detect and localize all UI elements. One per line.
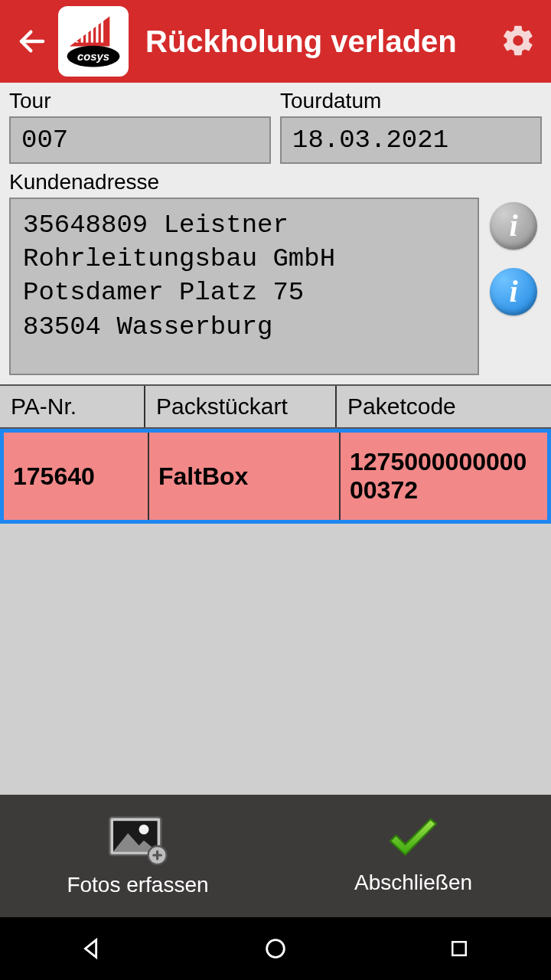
tour-field[interactable]: 007 — [9, 116, 271, 164]
info-blue-button[interactable]: i — [490, 268, 537, 315]
info-gray-button[interactable]: i — [490, 202, 537, 250]
capture-photos-button[interactable]: Fotos erfassen — [0, 795, 276, 917]
info-icon: i — [509, 211, 517, 241]
finish-label: Abschließen — [354, 871, 472, 895]
svg-marker-0 — [70, 16, 109, 46]
th-pa: PA-Nr. — [0, 386, 145, 427]
svg-text:cosys: cosys — [77, 51, 109, 63]
page-title: Rückholung verladen — [145, 24, 500, 59]
check-icon — [383, 817, 443, 863]
table-header: PA-Nr. Packstückart Paketcode — [0, 384, 551, 429]
android-softkeys — [0, 917, 551, 980]
th-art: Packstückart — [145, 386, 337, 427]
svg-point-11 — [139, 825, 149, 835]
tour-label: Tour — [9, 89, 271, 113]
photo-icon — [107, 815, 168, 865]
svg-point-14 — [267, 940, 285, 958]
tourdate-label: Tourdatum — [280, 89, 542, 113]
address-field[interactable]: 35648809 Leistner Rohrleitungsbau GmbH P… — [9, 198, 479, 375]
nav-back-button[interactable] — [75, 932, 109, 965]
settings-button[interactable] — [500, 23, 537, 60]
table-row[interactable]: 175640 FaltBox 127500000000000372 — [0, 429, 551, 524]
finish-button[interactable]: Abschließen — [276, 795, 551, 917]
nav-home-button[interactable] — [259, 932, 292, 965]
tourdate-field[interactable]: 18.03.2021 — [280, 116, 542, 164]
app-logo: cosys — [58, 6, 129, 77]
capture-photos-label: Fotos erfassen — [67, 873, 208, 897]
back-button[interactable] — [14, 23, 51, 60]
td-pa: 175640 — [4, 433, 149, 520]
info-icon: i — [509, 276, 517, 307]
address-label: Kundenadresse — [9, 170, 542, 194]
nav-recent-button[interactable] — [442, 932, 476, 965]
td-code: 127500000000000372 — [341, 433, 547, 520]
td-art: FaltBox — [149, 433, 341, 520]
th-code: Paketcode — [337, 386, 551, 427]
svg-rect-15 — [452, 942, 466, 956]
